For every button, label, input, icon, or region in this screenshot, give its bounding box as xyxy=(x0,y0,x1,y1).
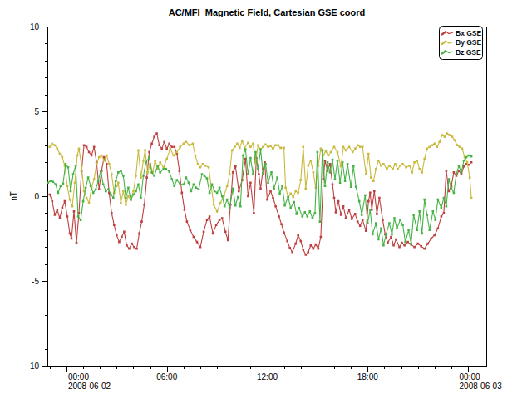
y-tick-label: -10 xyxy=(27,362,40,371)
chart-title: AC/MFI Magnetic Field, Cartesian GSE coo… xyxy=(47,7,486,17)
x-tick-label: 18:00 xyxy=(357,372,378,382)
y-axis-unit-label: nT xyxy=(9,191,18,201)
y-tick-label: 10 xyxy=(30,22,40,32)
y-tick-label: -5 xyxy=(32,277,39,286)
legend-label-bz: Bz GSE xyxy=(456,48,481,57)
y-tick-label: 0 xyxy=(34,192,39,201)
x-axis-date-label: 2008-06-03 xyxy=(460,382,503,391)
x-axis-date-label: 2008-06-02 xyxy=(68,382,111,391)
legend-label-bx: Bx GSE xyxy=(456,29,482,37)
y-tick-label: 5 xyxy=(34,107,39,116)
x-tick-label: 00:00 xyxy=(68,372,89,382)
series-by-markers xyxy=(49,132,473,213)
plot-canvas: -10-50510nT00:002008-06-0206:0012:0018:0… xyxy=(0,0,532,399)
x-tick-label: 06:00 xyxy=(156,372,177,382)
magnetic-field-chart: AC/MFI Magnetic Field, Cartesian GSE coo… xyxy=(0,0,532,399)
series-by-line xyxy=(50,134,471,212)
x-tick-label: 00:00 xyxy=(460,372,480,382)
legend-label-by: By GSE xyxy=(456,38,482,47)
x-tick-label: 12:00 xyxy=(257,372,278,382)
